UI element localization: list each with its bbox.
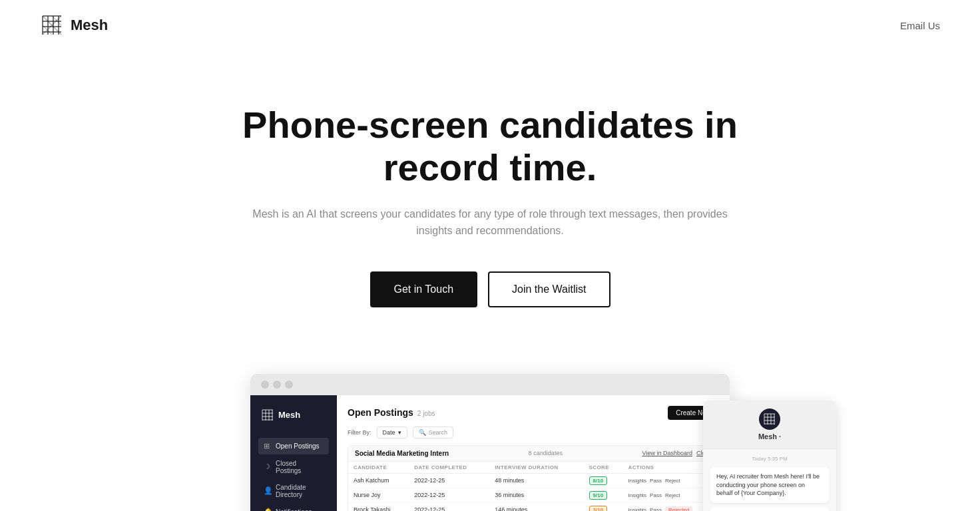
mesh-logo-icon bbox=[40, 13, 64, 37]
col-date: DATE COMPLETED bbox=[409, 462, 489, 474]
browser-dot-2 bbox=[273, 381, 281, 389]
nav-item-candidate-directory[interactable]: 👤 Candidate Directory bbox=[258, 480, 329, 502]
search-placeholder: Search bbox=[429, 429, 448, 436]
search-input[interactable]: 🔍 Search bbox=[413, 426, 454, 438]
nav-item-notifications[interactable]: 🔔 Notifications bbox=[258, 504, 329, 511]
email-us-link[interactable]: Email Us bbox=[900, 20, 940, 31]
dash-job-count: 2 jobs bbox=[417, 410, 435, 417]
nav-candidate-directory-label: Candidate Directory bbox=[276, 484, 324, 498]
insights-link-3[interactable]: Insights bbox=[628, 507, 647, 511]
nav-item-open-postings[interactable]: ⊞ Open Postings bbox=[258, 438, 329, 454]
job-card: Social Media Marketing Intern 8 candidat… bbox=[348, 445, 719, 511]
chevron-down-icon: ▾ bbox=[398, 429, 401, 436]
table-row: Ash Katchum 2022-12-25 48 minutes 8/10 I… bbox=[348, 473, 718, 488]
grid-icon: ⊞ bbox=[264, 442, 272, 450]
hero-title: Phone-screen candidates in record time. bbox=[190, 104, 790, 190]
get-in-touch-button[interactable]: Get in Touch bbox=[370, 271, 478, 307]
candidate-duration-3: 146 minutes bbox=[489, 502, 583, 511]
candidate-score-1: 8/10 bbox=[584, 473, 623, 488]
chat-bot-name: Mesh · bbox=[758, 432, 781, 440]
dash-filter-row: Filter By: Date ▾ 🔍 Search bbox=[348, 426, 719, 438]
candidate-name-1: Ash Katchum bbox=[348, 473, 409, 488]
filter-label: Filter By: bbox=[348, 429, 371, 436]
chat-bubble-2: Can you please confirm for me your first… bbox=[710, 507, 830, 511]
browser-bar bbox=[250, 374, 730, 395]
nav-notifications-label: Notifications bbox=[276, 508, 312, 511]
chat-timestamp: Today 5:35 PM bbox=[710, 456, 830, 462]
candidate-name-2: Nurse Joy bbox=[348, 488, 409, 502]
logo: Mesh bbox=[40, 13, 108, 37]
header: Mesh Email Us bbox=[0, 0, 980, 51]
browser-content: Mesh ⊞ Open Postings ☽ Closed Postings 👤… bbox=[250, 395, 730, 511]
dash-title-row: Open Postings 2 jobs bbox=[348, 407, 435, 418]
candidate-name-3: Brock Takashi bbox=[348, 502, 409, 511]
candidate-date-3: 2022-12-25 bbox=[409, 502, 489, 511]
candidate-date-1: 2022-12-25 bbox=[409, 473, 489, 488]
join-waitlist-button[interactable]: Join the Waitlist bbox=[488, 271, 610, 307]
date-filter-select[interactable]: Date ▾ bbox=[377, 426, 407, 438]
insights-link-2[interactable]: Insights bbox=[628, 492, 647, 498]
pass-link-2[interactable]: Pass bbox=[650, 492, 662, 498]
hero-section: Phone-screen candidates in record time. … bbox=[0, 51, 980, 347]
rejected-badge-3: Rejected bbox=[665, 506, 693, 511]
view-dashboard-link[interactable]: View in Dashboard bbox=[642, 450, 692, 456]
candidate-duration-2: 36 minutes bbox=[489, 488, 583, 502]
job-card-header: Social Media Marketing Intern 8 candidat… bbox=[348, 446, 718, 462]
col-candidate: CANDIDATE bbox=[348, 462, 409, 474]
dashboard-main: Open Postings 2 jobs Create New Filter B… bbox=[337, 395, 730, 511]
logo-text: Mesh bbox=[71, 17, 108, 34]
chat-avatar bbox=[759, 409, 780, 430]
insights-link-1[interactable]: Insights bbox=[628, 478, 647, 484]
dashboard-preview: Mesh ⊞ Open Postings ☽ Closed Postings 👤… bbox=[250, 374, 730, 511]
chat-bubble-1: Hey, AI recruiter from Mesh here! I'll b… bbox=[710, 467, 830, 503]
moon-icon: ☽ bbox=[264, 462, 272, 471]
job-candidates-count: 8 candidates bbox=[529, 450, 563, 456]
col-duration: INTERVIEW DURATION bbox=[489, 462, 583, 474]
browser-dot-3 bbox=[285, 381, 293, 389]
reject-link-2[interactable]: Reject bbox=[665, 492, 680, 498]
candidate-date-2: 2022-12-25 bbox=[409, 488, 489, 502]
dash-title: Open Postings bbox=[348, 407, 413, 418]
bell-icon: 🔔 bbox=[264, 508, 272, 511]
dash-logo-text: Mesh bbox=[278, 410, 300, 420]
candidates-table: CANDIDATE DATE COMPLETED INTERVIEW DURAT… bbox=[348, 462, 718, 511]
job-actions: View in Dashboard Close bbox=[642, 450, 712, 456]
browser-dot-1 bbox=[261, 381, 269, 389]
nav-open-postings-label: Open Postings bbox=[276, 442, 320, 450]
table-row: Nurse Joy 2022-12-25 36 minutes 9/10 Ins… bbox=[348, 488, 718, 502]
date-filter-value: Date bbox=[383, 429, 395, 436]
dash-header-row: Open Postings 2 jobs Create New bbox=[348, 406, 719, 420]
candidate-score-3: 3/10 bbox=[584, 502, 623, 511]
nav-closed-postings-label: Closed Postings bbox=[276, 460, 324, 474]
chat-panel: Mesh · Today 5:35 PM Hey, AI recruiter f… bbox=[703, 401, 836, 511]
dash-logo-row: Mesh bbox=[258, 406, 329, 425]
nav-item-closed-postings[interactable]: ☽ Closed Postings bbox=[258, 456, 329, 478]
dash-logo-icon bbox=[261, 409, 274, 422]
table-row: Brock Takashi 2022-12-25 146 minutes 3/1… bbox=[348, 502, 718, 511]
person-icon: 👤 bbox=[264, 486, 272, 495]
reject-link-1[interactable]: Reject bbox=[665, 478, 680, 484]
search-icon: 🔍 bbox=[419, 429, 426, 436]
candidate-score-2: 9/10 bbox=[584, 488, 623, 502]
chat-header: Mesh · bbox=[703, 401, 836, 449]
hero-subtitle: Mesh is an AI that screens your candidat… bbox=[237, 206, 743, 240]
pass-link-3[interactable]: Pass bbox=[650, 507, 662, 511]
dashboard-sidebar: Mesh ⊞ Open Postings ☽ Closed Postings 👤… bbox=[250, 395, 337, 511]
chat-body: Today 5:35 PM Hey, AI recruiter from Mes… bbox=[703, 449, 836, 511]
col-score: SCORE bbox=[584, 462, 623, 474]
hero-buttons: Get in Touch Join the Waitlist bbox=[370, 271, 611, 307]
candidate-duration-1: 48 minutes bbox=[489, 473, 583, 488]
browser-frame: Mesh ⊞ Open Postings ☽ Closed Postings 👤… bbox=[250, 374, 730, 511]
pass-link-1[interactable]: Pass bbox=[650, 478, 662, 484]
job-title: Social Media Marketing Intern bbox=[355, 450, 449, 457]
